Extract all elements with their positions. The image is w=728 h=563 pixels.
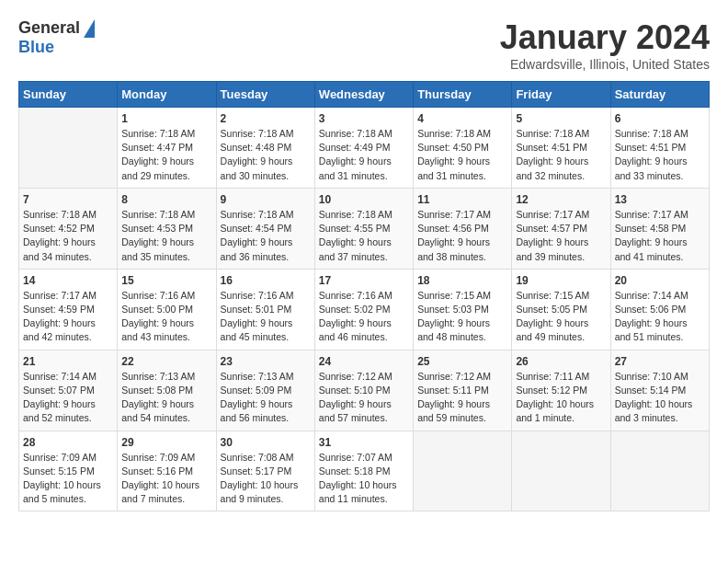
calendar-day-cell: 1Sunrise: 7:18 AM Sunset: 4:47 PM Daylig…: [118, 108, 216, 189]
day-info: Sunrise: 7:18 AM Sunset: 4:50 PM Dayligh…: [417, 127, 507, 183]
day-info: Sunrise: 7:18 AM Sunset: 4:48 PM Dayligh…: [221, 127, 311, 183]
day-number: 21: [23, 355, 113, 368]
day-number: 5: [516, 112, 606, 125]
day-number: 9: [221, 193, 311, 206]
weekday-header: Sunday: [19, 82, 118, 108]
day-number: 24: [319, 355, 409, 368]
day-number: 17: [319, 274, 409, 287]
calendar-day-cell: [512, 431, 610, 511]
calendar-table: SundayMondayTuesdayWednesdayThursdayFrid…: [18, 81, 710, 511]
day-number: 2: [221, 112, 311, 125]
day-number: 23: [221, 355, 311, 368]
calendar-week-row: 1Sunrise: 7:18 AM Sunset: 4:47 PM Daylig…: [19, 108, 710, 189]
calendar-day-cell: 16Sunrise: 7:16 AM Sunset: 5:01 PM Dayli…: [216, 269, 314, 350]
day-number: 13: [615, 193, 705, 206]
page-title: January 2024: [500, 18, 710, 57]
calendar-day-cell: 2Sunrise: 7:18 AM Sunset: 4:48 PM Daylig…: [216, 108, 314, 189]
day-info: Sunrise: 7:09 AM Sunset: 5:15 PM Dayligh…: [23, 451, 113, 507]
weekday-header: Friday: [512, 82, 610, 108]
day-info: Sunrise: 7:18 AM Sunset: 4:47 PM Dayligh…: [121, 127, 211, 183]
day-info: Sunrise: 7:16 AM Sunset: 5:01 PM Dayligh…: [221, 289, 311, 345]
calendar-day-cell: 24Sunrise: 7:12 AM Sunset: 5:10 PM Dayli…: [314, 350, 413, 431]
day-number: 29: [121, 436, 211, 449]
day-info: Sunrise: 7:17 AM Sunset: 4:57 PM Dayligh…: [516, 208, 606, 264]
calendar-day-cell: 8Sunrise: 7:18 AM Sunset: 4:53 PM Daylig…: [118, 188, 216, 269]
weekday-header: Wednesday: [314, 82, 413, 108]
day-info: Sunrise: 7:16 AM Sunset: 5:02 PM Dayligh…: [319, 289, 409, 345]
day-info: Sunrise: 7:14 AM Sunset: 5:07 PM Dayligh…: [23, 370, 113, 426]
day-info: Sunrise: 7:18 AM Sunset: 4:51 PM Dayligh…: [516, 127, 606, 183]
calendar-day-cell: 10Sunrise: 7:18 AM Sunset: 4:55 PM Dayli…: [314, 188, 413, 269]
page-header: General Blue January 2024 Edwardsville, …: [18, 18, 710, 72]
day-info: Sunrise: 7:18 AM Sunset: 4:54 PM Dayligh…: [221, 208, 311, 264]
calendar-day-cell: 22Sunrise: 7:13 AM Sunset: 5:08 PM Dayli…: [118, 350, 216, 431]
calendar-day-cell: 26Sunrise: 7:11 AM Sunset: 5:12 PM Dayli…: [512, 350, 610, 431]
day-number: 8: [121, 193, 211, 206]
calendar-day-cell: 13Sunrise: 7:17 AM Sunset: 4:58 PM Dayli…: [610, 188, 709, 269]
day-number: 16: [221, 274, 311, 287]
day-info: Sunrise: 7:13 AM Sunset: 5:08 PM Dayligh…: [121, 370, 211, 426]
calendar-day-cell: 6Sunrise: 7:18 AM Sunset: 4:51 PM Daylig…: [610, 108, 709, 189]
day-info: Sunrise: 7:18 AM Sunset: 4:49 PM Dayligh…: [319, 127, 409, 183]
calendar-day-cell: 31Sunrise: 7:07 AM Sunset: 5:18 PM Dayli…: [314, 431, 413, 511]
day-number: 27: [615, 355, 705, 368]
calendar-header-row: SundayMondayTuesdayWednesdayThursdayFrid…: [19, 82, 710, 108]
day-number: 7: [23, 193, 113, 206]
day-info: Sunrise: 7:08 AM Sunset: 5:17 PM Dayligh…: [221, 451, 311, 507]
day-info: Sunrise: 7:10 AM Sunset: 5:14 PM Dayligh…: [615, 370, 705, 426]
calendar-day-cell: 14Sunrise: 7:17 AM Sunset: 4:59 PM Dayli…: [19, 269, 118, 350]
day-info: Sunrise: 7:18 AM Sunset: 4:51 PM Dayligh…: [615, 127, 705, 183]
calendar-day-cell: 17Sunrise: 7:16 AM Sunset: 5:02 PM Dayli…: [314, 269, 413, 350]
day-number: 6: [615, 112, 705, 125]
calendar-day-cell: [19, 108, 118, 189]
weekday-header: Monday: [118, 82, 216, 108]
day-number: 11: [417, 193, 507, 206]
calendar-day-cell: 15Sunrise: 7:16 AM Sunset: 5:00 PM Dayli…: [118, 269, 216, 350]
day-info: Sunrise: 7:17 AM Sunset: 4:58 PM Dayligh…: [615, 208, 705, 264]
calendar-day-cell: 18Sunrise: 7:15 AM Sunset: 5:03 PM Dayli…: [414, 269, 512, 350]
calendar-day-cell: 7Sunrise: 7:18 AM Sunset: 4:52 PM Daylig…: [19, 188, 118, 269]
logo-triangle-icon: [84, 19, 95, 38]
calendar-week-row: 28Sunrise: 7:09 AM Sunset: 5:15 PM Dayli…: [19, 431, 710, 511]
day-number: 12: [516, 193, 606, 206]
calendar-day-cell: 19Sunrise: 7:15 AM Sunset: 5:05 PM Dayli…: [512, 269, 610, 350]
day-number: 14: [23, 274, 113, 287]
calendar-day-cell: [610, 431, 709, 511]
page-subtitle: Edwardsville, Illinois, United States: [500, 57, 710, 72]
calendar-day-cell: 25Sunrise: 7:12 AM Sunset: 5:11 PM Dayli…: [414, 350, 512, 431]
calendar-week-row: 21Sunrise: 7:14 AM Sunset: 5:07 PM Dayli…: [19, 350, 710, 431]
calendar-day-cell: 20Sunrise: 7:14 AM Sunset: 5:06 PM Dayli…: [610, 269, 709, 350]
day-number: 3: [319, 112, 409, 125]
day-info: Sunrise: 7:18 AM Sunset: 4:53 PM Dayligh…: [121, 208, 211, 264]
weekday-header: Thursday: [414, 82, 512, 108]
day-number: 28: [23, 436, 113, 449]
calendar-day-cell: 27Sunrise: 7:10 AM Sunset: 5:14 PM Dayli…: [610, 350, 709, 431]
calendar-day-cell: 5Sunrise: 7:18 AM Sunset: 4:51 PM Daylig…: [512, 108, 610, 189]
day-info: Sunrise: 7:14 AM Sunset: 5:06 PM Dayligh…: [615, 289, 705, 345]
day-info: Sunrise: 7:07 AM Sunset: 5:18 PM Dayligh…: [319, 451, 409, 507]
calendar-day-cell: 3Sunrise: 7:18 AM Sunset: 4:49 PM Daylig…: [314, 108, 413, 189]
calendar-day-cell: 12Sunrise: 7:17 AM Sunset: 4:57 PM Dayli…: [512, 188, 610, 269]
day-info: Sunrise: 7:18 AM Sunset: 4:55 PM Dayligh…: [319, 208, 409, 264]
day-info: Sunrise: 7:15 AM Sunset: 5:05 PM Dayligh…: [516, 289, 606, 345]
logo-general-text: General: [18, 18, 80, 38]
day-info: Sunrise: 7:16 AM Sunset: 5:00 PM Dayligh…: [121, 289, 211, 345]
calendar-day-cell: 30Sunrise: 7:08 AM Sunset: 5:17 PM Dayli…: [216, 431, 314, 511]
day-number: 15: [121, 274, 211, 287]
weekday-header: Saturday: [610, 82, 709, 108]
day-info: Sunrise: 7:17 AM Sunset: 4:59 PM Dayligh…: [23, 289, 113, 345]
calendar-week-row: 14Sunrise: 7:17 AM Sunset: 4:59 PM Dayli…: [19, 269, 710, 350]
calendar-day-cell: [414, 431, 512, 511]
logo-blue-text: Blue: [18, 38, 54, 57]
calendar-day-cell: 23Sunrise: 7:13 AM Sunset: 5:09 PM Dayli…: [216, 350, 314, 431]
day-number: 4: [417, 112, 507, 125]
title-section: January 2024 Edwardsville, Illinois, Uni…: [500, 18, 710, 72]
day-number: 19: [516, 274, 606, 287]
calendar-day-cell: 21Sunrise: 7:14 AM Sunset: 5:07 PM Dayli…: [19, 350, 118, 431]
weekday-header: Tuesday: [216, 82, 314, 108]
day-info: Sunrise: 7:13 AM Sunset: 5:09 PM Dayligh…: [221, 370, 311, 426]
day-info: Sunrise: 7:17 AM Sunset: 4:56 PM Dayligh…: [417, 208, 507, 264]
day-info: Sunrise: 7:12 AM Sunset: 5:11 PM Dayligh…: [417, 370, 507, 426]
day-number: 18: [417, 274, 507, 287]
day-info: Sunrise: 7:11 AM Sunset: 5:12 PM Dayligh…: [516, 370, 606, 426]
